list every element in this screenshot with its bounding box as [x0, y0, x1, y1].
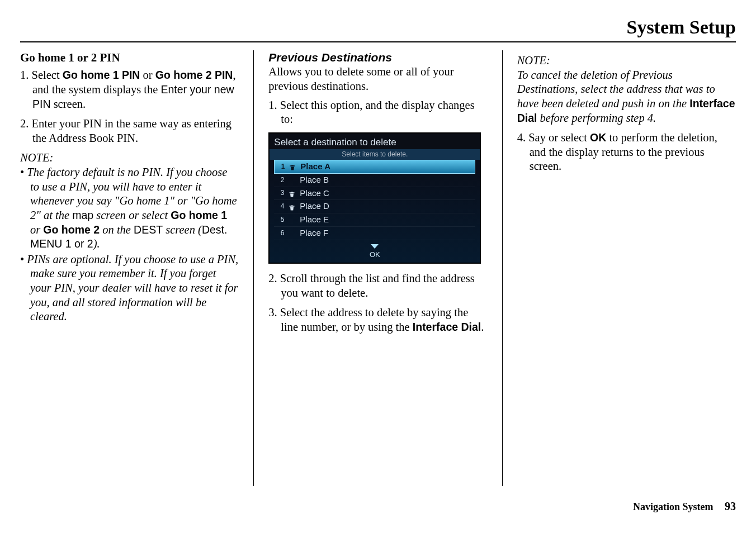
col2-intro: Allows you to delete some or all of your… [268, 65, 487, 93]
bold: Interface Dial [413, 321, 481, 333]
col1-steps: Select Go home 1 PIN or Go home 2 PIN, a… [20, 68, 239, 145]
text: screen ( [163, 223, 202, 236]
col2-step-3: Select the address to delete by saying t… [268, 306, 487, 334]
ui-label: map [72, 209, 93, 221]
note-heading: NOTE: [20, 151, 239, 165]
row-label: Place B [300, 175, 329, 185]
col2-steps-bottom: Scroll through the list and find the add… [268, 272, 487, 335]
col1-notes: The factory default is no PIN. If you ch… [20, 165, 239, 324]
bold: OK [590, 131, 606, 144]
screen-title: Select a destination to delete [270, 134, 480, 149]
col1-heading: Go home 1 or 2 PIN [20, 50, 239, 65]
col2-steps-top: Select this option, and the display chan… [268, 98, 487, 127]
col2-step-2: Scroll through the list and find the add… [268, 272, 487, 300]
col1-step-2: Enter your PIN in the same way as enteri… [20, 117, 239, 145]
screen-row: 3Place C [274, 187, 475, 201]
row-number: 3 [277, 189, 284, 197]
text: ). [93, 237, 100, 250]
column-1: Go home 1 or 2 PIN Select Go home 1 PIN … [20, 50, 251, 486]
bold: Go home 2 [43, 223, 100, 236]
content-columns: Go home 1 or 2 PIN Select Go home 1 PIN … [20, 50, 736, 486]
text: or [140, 69, 155, 81]
bold: Go home 1 PIN [63, 69, 140, 81]
trash-icon [289, 190, 295, 197]
row-label: Place C [300, 188, 329, 199]
trash-icon [289, 163, 296, 170]
row-number: 6 [277, 229, 284, 237]
row-number: 4 [277, 202, 284, 211]
note-item-1: The factory default is no PIN. If you ch… [20, 165, 239, 251]
text: on the [100, 223, 134, 236]
ui-label: DEST [134, 223, 163, 236]
text: screen or select [93, 209, 171, 221]
down-arrow-icon [371, 244, 379, 249]
trash-icon [289, 216, 295, 223]
text: screen. [51, 98, 86, 110]
row-number: 2 [277, 176, 284, 184]
column-2: Previous Destinations Allows you to dele… [256, 50, 499, 486]
text: To cancel the deletion of Previous Desti… [517, 69, 715, 110]
row-label: Place A [300, 161, 330, 172]
embedded-screen: Select a destination to delete Select it… [268, 132, 481, 264]
col3-note: To cancel the deletion of Previous Desti… [517, 68, 736, 126]
row-number: 1 [278, 163, 285, 171]
text: . [481, 321, 484, 333]
row-label: Place E [300, 215, 329, 225]
column-3: NOTE: To cancel the deletion of Previous… [505, 50, 736, 486]
text: or [30, 223, 43, 236]
screen-list: 1Place A2Place B3Place C4Place D5Place E… [270, 160, 480, 240]
row-number: 5 [277, 216, 284, 224]
col2-step-1: Select this option, and the display chan… [268, 98, 487, 127]
trash-icon [289, 203, 295, 210]
trash-icon [289, 230, 295, 236]
row-label: Place D [300, 201, 329, 212]
page-number: 93 [725, 500, 736, 512]
column-separator [253, 50, 254, 486]
bold: Go home 1 [171, 209, 227, 221]
text: before performing step 4. [537, 112, 656, 124]
row-label: Place F [300, 228, 328, 239]
col3-step-4: Say or select OK to perform the deletion… [517, 131, 736, 174]
screen-row: 1Place A [274, 160, 475, 174]
screen-row: 6Place F [274, 227, 475, 240]
screen-row: 5Place E [274, 213, 475, 227]
bold: Go home 2 PIN [155, 69, 233, 81]
ok-label: OK [370, 250, 380, 259]
col3-steps: Say or select OK to perform the deletion… [517, 131, 736, 174]
note-heading: NOTE: [517, 54, 736, 68]
screen-row: 4Place D [274, 200, 475, 213]
screen-row: 2Place B [274, 174, 475, 187]
screen-subtitle: Select items to delete. [270, 149, 480, 160]
footer-label: Navigation System [633, 501, 714, 512]
col2-heading: Previous Destinations [268, 50, 487, 65]
page-footer: Navigation System 93 [633, 500, 736, 513]
trash-icon [289, 177, 295, 183]
note-item-2: PINs are optional. If you choose to use … [20, 253, 239, 324]
page-title: System Setup [20, 17, 736, 42]
text: Say or select [528, 131, 590, 144]
text: Select [32, 69, 63, 81]
column-separator [502, 50, 503, 486]
col1-step-1: Select Go home 1 PIN or Go home 2 PIN, a… [20, 68, 239, 111]
screen-footer: OK [270, 240, 480, 263]
